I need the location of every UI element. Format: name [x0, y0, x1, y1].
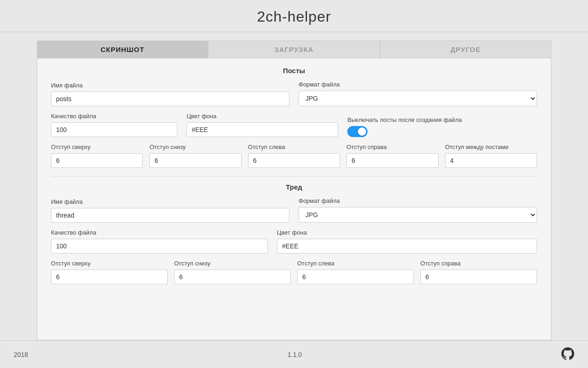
thread-padding-top-group: Отступ сверху [51, 260, 168, 284]
thread-padding-right-input[interactable] [420, 270, 537, 284]
thread-padding-right-label: Отступ справа [420, 260, 537, 267]
posts-quality-input[interactable] [51, 122, 177, 137]
thread-filename-label: Имя файла [51, 198, 289, 205]
tab-screenshot[interactable]: СКРИНШОТ [37, 40, 208, 58]
thread-fileformat-group: Формат файла JPG PNG WEBP [299, 197, 537, 223]
thread-padding-top-label: Отступ сверху [51, 260, 168, 267]
thread-padding-top-input[interactable] [51, 270, 168, 284]
posts-bgcolor-input[interactable] [187, 122, 338, 137]
posts-padding-left-group: Отступ слева [248, 144, 340, 168]
posts-bgcolor-label: Цвет фона [187, 113, 338, 120]
posts-padding-top-input[interactable] [51, 153, 143, 168]
thread-quality-row: Качество файла Цвет фона [51, 229, 537, 253]
github-link[interactable] [561, 347, 574, 362]
scroll-area[interactable]: Посты Имя файла Формат файла JPG PNG WEB… [37, 58, 551, 299]
posts-padding-between-group: Отступ между постами [445, 144, 537, 168]
thread-section: Тред Имя файла Формат файла JPG PNG WEBP [51, 183, 537, 284]
posts-quality-row: Качество файла Цвет фона Выключать посты… [51, 113, 537, 137]
posts-section: Посты Имя файла Формат файла JPG PNG WEB… [51, 67, 537, 168]
posts-padding-row: Отступ сверху Отступ снизу Отступ слева … [51, 144, 537, 168]
posts-fileformat-select[interactable]: JPG PNG WEBP [299, 91, 537, 106]
posts-padding-between-label: Отступ между постами [445, 144, 537, 150]
thread-quality-label: Качество файла [51, 229, 268, 236]
posts-padding-left-input[interactable] [248, 153, 340, 168]
posts-padding-bottom-label: Отступ снизу [149, 144, 241, 150]
thread-quality-input[interactable] [51, 239, 268, 253]
posts-padding-left-label: Отступ слева [248, 144, 340, 150]
thread-padding-left-input[interactable] [297, 270, 414, 284]
posts-disable-label: Выключать посты после создания файла [347, 116, 537, 123]
tab-upload[interactable]: ЗАГРУЗКА [208, 40, 379, 58]
posts-section-title: Посты [51, 67, 537, 75]
posts-fileformat-group: Формат файла JPG PNG WEBP [299, 81, 537, 106]
posts-padding-right-label: Отступ справа [346, 144, 438, 150]
app-header: 2ch-helper [0, 0, 588, 32]
posts-quality-group: Качество файла [51, 113, 177, 137]
posts-disable-toggle[interactable] [347, 126, 368, 137]
thread-bgcolor-group: Цвет фона [277, 229, 537, 253]
posts-filename-input[interactable] [51, 92, 289, 106]
thread-section-title: Тред [51, 183, 537, 191]
posts-disable-group: Выключать посты после создания файла [347, 116, 537, 137]
posts-padding-bottom-input[interactable] [149, 153, 241, 168]
thread-padding-bottom-label: Отступ снизу [174, 260, 291, 267]
thread-bgcolor-input[interactable] [277, 239, 537, 253]
posts-padding-between-input[interactable] [445, 153, 537, 168]
posts-fileformat-label: Формат файла [299, 81, 537, 88]
thread-padding-row: Отступ сверху Отступ снизу Отступ слева … [51, 260, 537, 284]
posts-bgcolor-group: Цвет фона [187, 113, 338, 137]
thread-quality-group: Качество файла [51, 229, 268, 253]
thread-padding-right-group: Отступ справа [420, 260, 537, 284]
content-area: Посты Имя файла Формат файла JPG PNG WEB… [37, 58, 551, 340]
thread-filename-row: Имя файла Формат файла JPG PNG WEBP [51, 197, 537, 223]
thread-padding-left-group: Отступ слева [297, 260, 414, 284]
thread-fileformat-label: Формат файла [299, 197, 537, 204]
thread-filename-group: Имя файла [51, 198, 289, 223]
posts-padding-right-group: Отступ справа [346, 144, 438, 168]
app-title: 2ch-helper [0, 8, 588, 25]
posts-padding-top-group: Отступ сверху [51, 144, 143, 168]
footer: 2018 1.1.0 [0, 340, 588, 368]
tabs-bar: СКРИНШОТ ЗАГРУЗКА ДРУГОЕ [0, 32, 588, 58]
posts-filename-group: Имя файла [51, 82, 289, 106]
thread-fileformat-select[interactable]: JPG PNG WEBP [299, 207, 537, 223]
footer-year: 2018 [14, 351, 28, 358]
posts-quality-label: Качество файла [51, 113, 177, 120]
posts-padding-bottom-group: Отступ снизу [149, 144, 241, 168]
tab-other[interactable]: ДРУГОЕ [380, 40, 551, 58]
posts-filename-label: Имя файла [51, 82, 289, 89]
footer-version: 1.1.0 [288, 351, 302, 358]
thread-padding-bottom-group: Отступ снизу [174, 260, 291, 284]
thread-padding-left-label: Отступ слева [297, 260, 414, 267]
posts-padding-right-input[interactable] [346, 153, 438, 168]
thread-padding-bottom-input[interactable] [174, 270, 291, 284]
posts-filename-row: Имя файла Формат файла JPG PNG WEBP [51, 81, 537, 106]
posts-padding-top-label: Отступ сверху [51, 144, 143, 150]
thread-filename-input[interactable] [51, 208, 289, 223]
github-icon [561, 347, 574, 360]
thread-bgcolor-label: Цвет фона [277, 229, 537, 236]
